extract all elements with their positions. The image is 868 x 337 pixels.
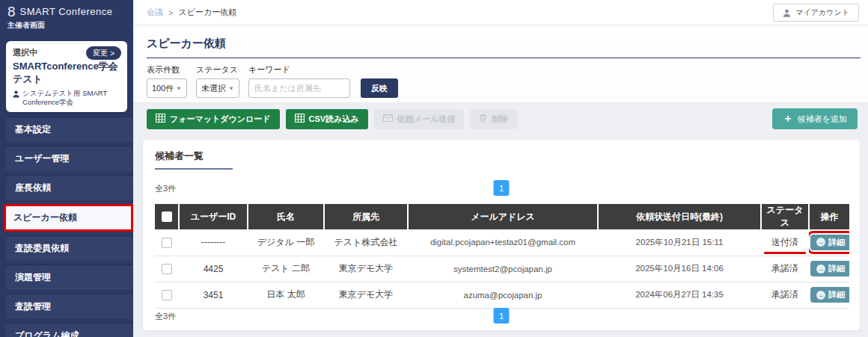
- main-area: 会議 > スピーカー依頼 マイアカウント スピーカー依頼 表示件数 100件 ▼…: [133, 0, 868, 337]
- sidebar-item-speaker-request[interactable]: スピーカー依頼: [4, 204, 133, 232]
- detail-button[interactable]: → 詳細: [810, 261, 849, 276]
- sidebar-item-reviewer-request[interactable]: 査読委員依頼: [6, 235, 133, 261]
- display-count-filter: 表示件数 100件 ▼: [147, 64, 187, 98]
- col-sent-at: 依頼状送付日時(最終): [598, 204, 761, 229]
- plus-icon: ＋: [783, 112, 793, 126]
- filters-row: 表示件数 100件 ▼ ステータス 未選択 ▼ キーワード 反映: [147, 64, 868, 98]
- selected-account-note: システムテスト用 SMART Conference学会: [13, 89, 120, 107]
- apply-button[interactable]: 反映: [361, 78, 398, 98]
- cell-affiliation: テスト株式会社: [324, 229, 408, 256]
- envelope-icon: [383, 114, 393, 123]
- detail-button[interactable]: → 詳細: [810, 287, 849, 303]
- sidebar-header: 8 SMART Conference 主催者画面: [0, 0, 133, 34]
- csv-import-button[interactable]: CSV読み込み: [286, 109, 368, 129]
- display-count-select[interactable]: 100件 ▼: [147, 78, 187, 98]
- detail-button[interactable]: → 詳細: [810, 235, 849, 250]
- chevron-right-icon: >: [110, 49, 114, 58]
- breadcrumb-current: スピーカー依頼: [178, 7, 236, 18]
- cell-email: systemtest2@pcojapan.jp: [408, 256, 598, 282]
- my-account-button[interactable]: マイアカウント: [773, 4, 859, 22]
- keyword-filter: キーワード: [248, 64, 350, 98]
- sidebar-menu: 基本設定 ユーザー管理 座長依頼 スピーカー依頼 査読委員依頼 演題管理 査読管…: [0, 117, 133, 337]
- sidebar-item-chair-request[interactable]: 座長依頼: [6, 175, 133, 200]
- spreadsheet-icon: [295, 114, 305, 124]
- table-row: 3451 日本 太郎 東京デモ大学 azuma@pcojapan.jp 2024…: [155, 282, 849, 308]
- page-title: スピーカー依頼: [147, 37, 868, 51]
- display-count-label: 表示件数: [147, 64, 187, 75]
- send-request-mail-button[interactable]: 依頼メール送信: [374, 109, 465, 129]
- cell-affiliation: 東京デモ大学: [324, 282, 408, 308]
- cell-user-id: --------: [179, 229, 248, 256]
- cell-name: デジタル 一郎: [248, 229, 324, 256]
- status-badge: 承諾済: [761, 256, 809, 282]
- detail-button-label: 詳細: [828, 289, 845, 300]
- row-checkbox[interactable]: [162, 290, 172, 300]
- add-candidate-button[interactable]: ＋ 候補者を追加: [772, 108, 858, 129]
- cell-user-id: 4425: [179, 256, 248, 282]
- cell-sent-at: 2025年10月16日 14:06: [598, 256, 761, 282]
- pagination-page-1[interactable]: 1: [494, 308, 510, 324]
- person-icon: [13, 90, 19, 107]
- sidebar: 8 SMART Conference 主催者画面 選択中 変更 > SMARTc…: [0, 0, 133, 337]
- candidate-list-card: 候補者一覧 全3件 1 ユーザーID 氏名 所属先 メールアドレス 依頼状送付日…: [142, 139, 861, 331]
- row-checkbox[interactable]: [162, 238, 172, 248]
- status-badge: 送付済: [771, 236, 798, 249]
- breadcrumb: 会議 > スピーカー依頼: [147, 7, 236, 18]
- logo-icon: 8: [7, 4, 16, 19]
- col-action: 操作: [809, 204, 849, 229]
- col-user-id: ユーザーID: [179, 204, 248, 229]
- title-divider: [147, 58, 861, 58]
- chevron-down-icon: ▼: [228, 85, 234, 92]
- candidate-table: ユーザーID 氏名 所属先 メールアドレス 依頼状送付日時(最終) ステータス …: [155, 204, 849, 309]
- my-account-label: マイアカウント: [795, 7, 849, 18]
- sidebar-item-review-management[interactable]: 査読管理: [6, 294, 133, 319]
- format-download-label: フォーマットダウンロード: [170, 114, 271, 125]
- row-checkbox[interactable]: [162, 264, 172, 274]
- cell-name: テスト 二郎: [248, 256, 324, 282]
- arrow-right-icon: →: [816, 265, 825, 273]
- sidebar-item-abstract-management[interactable]: 演題管理: [6, 265, 133, 290]
- sidebar-item-program-composition[interactable]: プログラム編成: [6, 323, 133, 337]
- list-toolbar-bottom: 全3件 1: [155, 308, 848, 324]
- cell-user-id: 3451: [179, 282, 248, 308]
- format-download-button[interactable]: フォーマットダウンロード: [147, 109, 280, 129]
- delete-label: 削除: [492, 114, 508, 125]
- breadcrumb-conference-link[interactable]: 会議: [147, 7, 163, 18]
- display-count-value: 100件: [152, 83, 174, 94]
- cell-sent-at: 2025年10月21日 15:11: [598, 229, 761, 256]
- col-status: ステータス: [761, 204, 809, 229]
- logo-text: SMART Conference: [20, 6, 113, 17]
- col-email: メールアドレス: [408, 204, 598, 229]
- change-conference-button[interactable]: 変更 >: [86, 46, 121, 60]
- status-select[interactable]: 未選択 ▼: [196, 78, 239, 98]
- account-note-text: システムテスト用 SMART Conference学会: [22, 89, 120, 107]
- delete-button[interactable]: 削除: [470, 109, 517, 129]
- cell-sent-at: 2024年06月27日 14:35: [598, 282, 761, 308]
- detail-button-label: 詳細: [828, 237, 845, 248]
- cell-email: azuma@pcojapan.jp: [408, 282, 598, 308]
- keyword-input[interactable]: [248, 78, 350, 98]
- detail-button-label: 詳細: [828, 263, 845, 274]
- cell-name: 日本 太郎: [248, 282, 324, 308]
- status-filter-label: ステータス: [196, 64, 239, 75]
- sidebar-item-basic-settings[interactable]: 基本設定: [6, 117, 133, 142]
- table-row: -------- デジタル 一郎 テスト株式会社 digital.pcojapa…: [155, 229, 849, 256]
- table-header-row: ユーザーID 氏名 所属先 メールアドレス 依頼状送付日時(最終) ステータス …: [155, 204, 849, 229]
- status-select-value: 未選択: [201, 83, 226, 94]
- actions-row: フォーマットダウンロード CSV読み込み 依頼メール送信 削除 ＋ 候補者を追加: [147, 108, 858, 129]
- selected-conference-name: SMARTconference学会 テスト: [13, 61, 120, 86]
- col-affiliation: 所属先: [324, 204, 408, 229]
- change-button-label: 変更: [93, 48, 108, 58]
- pagination-page-1[interactable]: 1: [494, 180, 510, 196]
- breadcrumb-separator: >: [168, 8, 173, 17]
- select-all-header: [155, 204, 179, 229]
- table-row: 4425 テスト 二郎 東京デモ大学 systemtest2@pcojapan.…: [155, 256, 849, 282]
- select-all-checkbox[interactable]: [162, 211, 172, 222]
- arrow-right-icon: →: [816, 238, 825, 247]
- status-badge: 承諾済: [761, 282, 809, 308]
- spreadsheet-icon: [156, 114, 165, 124]
- list-toolbar-top: 全3件 1: [155, 180, 848, 197]
- person-icon: [783, 9, 791, 17]
- list-heading: 候補者一覧: [155, 149, 860, 163]
- sidebar-item-user-management[interactable]: ユーザー管理: [6, 146, 133, 171]
